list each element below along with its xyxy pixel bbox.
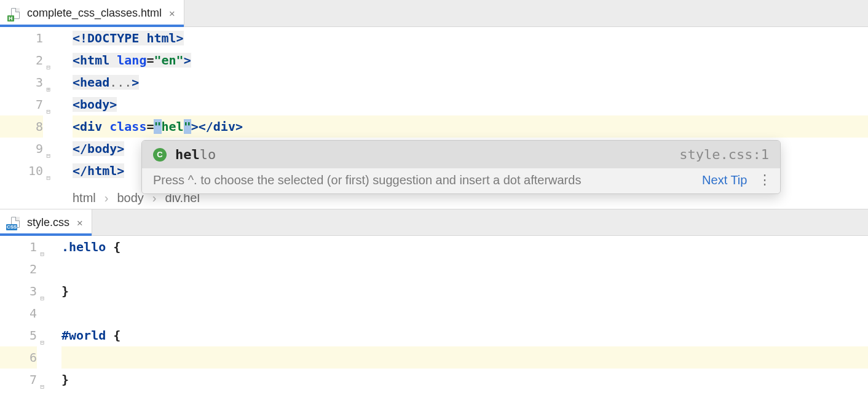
fold-handle-icon[interactable]: ⊟ [43,101,50,108]
breadcrumb-item[interactable]: body [117,191,143,205]
tab-bar-top: H complete_css_classes.html ✕ [0,0,868,27]
line-number: 5 [30,328,37,343]
close-icon[interactable]: ✕ [77,217,83,228]
tab-label: complete_css_classes.html [27,7,162,20]
line-number: 3 [30,284,37,298]
fold-close-icon[interactable]: ⊟ [37,376,44,383]
tip-text: Press ^. to choose the selected (or firs… [153,173,581,187]
line-number: 2 [36,53,43,68]
tab-label: style.css [27,216,69,229]
fold-handle-icon[interactable]: ⊟ [37,243,44,251]
fold-close-icon[interactable]: ⊟ [43,167,50,174]
chevron-right-icon: › [105,191,109,205]
breadcrumb-item[interactable]: html [73,191,96,205]
line-number: 4 [30,306,37,321]
popup-footer: Press ^. to choose the selected (or firs… [142,168,780,193]
line-number: 6 [30,350,37,365]
tab-bar-bottom: CSS style.css ✕ [0,209,868,236]
line-number: 10 [28,163,43,178]
line-number: 3 [36,75,43,90]
line-number: 9 [36,141,43,156]
line-number: 8 [36,119,43,134]
completion-item[interactable]: C hello style.css:1 [142,141,780,168]
completion-popup: C hello style.css:1 Press ^. to choose t… [141,140,781,194]
class-badge-icon: C [153,148,167,162]
completion-text: hello [175,147,216,162]
html-file-icon: H [9,7,22,20]
fold-expand-icon[interactable]: ⊞ [43,79,50,86]
fold-handle-icon[interactable]: ⊟ [37,332,44,339]
close-icon[interactable]: ✕ [169,7,175,19]
line-number: 2 [30,262,37,276]
next-tip-link[interactable]: Next Tip [702,173,747,187]
fold-close-icon[interactable]: ⊟ [37,287,44,295]
tab-html-file[interactable]: H complete_css_classes.html ✕ [0,0,184,26]
line-number: 7 [30,372,37,387]
code-area[interactable]: .hello { } #world { } [53,236,868,391]
fold-handle-icon[interactable]: ⊟ [43,57,50,64]
line-number: 1 [36,31,43,45]
tab-css-file[interactable]: CSS style.css ✕ [0,209,92,235]
gutter: 1 2⊟ 3⊞ 7⊟ 8 9⊟ 10⊟ [0,27,60,187]
line-number: 7 [36,97,43,112]
css-file-icon: CSS [9,216,22,229]
more-options-icon[interactable]: ⋮ [758,172,771,187]
completion-source: style.css:1 [679,147,769,162]
fold-close-icon[interactable]: ⊟ [43,145,50,152]
line-number: 1 [30,240,37,254]
gutter: 1⊟ 2 3⊟ 4 5⊟ 6 7⊟ [0,236,53,391]
editor-css[interactable]: 1⊟ 2 3⊟ 4 5⊟ 6 7⊟ .hello { } #world { } [0,236,868,391]
